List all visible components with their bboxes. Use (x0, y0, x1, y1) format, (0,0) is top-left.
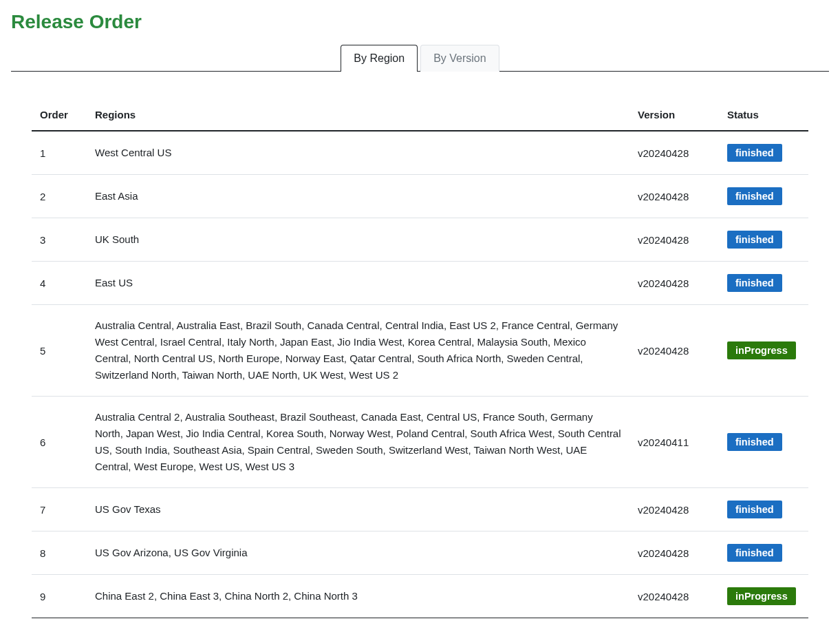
cell-regions: East Asia (87, 175, 629, 218)
table-row: 7US Gov Texasv20240428finished (32, 488, 808, 531)
table-row: 8US Gov Arizona, US Gov Virginiav2024042… (32, 531, 808, 575)
cell-status: finished (719, 531, 808, 575)
col-header-order: Order (32, 99, 87, 131)
cell-version: v20240428 (629, 575, 719, 618)
status-badge: inProgress (727, 341, 796, 359)
status-badge: finished (727, 274, 782, 292)
cell-status: inProgress (719, 575, 808, 618)
cell-regions: China East 2, China East 3, China North … (87, 575, 629, 618)
col-header-status: Status (719, 99, 808, 131)
cell-version: v20240428 (629, 305, 719, 397)
tab-by-region[interactable]: By Region (341, 45, 418, 72)
cell-order: 5 (32, 305, 87, 397)
status-badge: finished (727, 144, 782, 162)
cell-status: finished (719, 488, 808, 531)
tabs-container: By Region By Version (11, 44, 829, 72)
release-order-table-wrap: Order Regions Version Status 1West Centr… (11, 99, 829, 618)
col-header-version: Version (629, 99, 719, 131)
cell-order: 2 (32, 175, 87, 218)
status-badge: finished (727, 187, 782, 205)
cell-order: 9 (32, 575, 87, 618)
tab-by-version[interactable]: By Version (420, 45, 499, 72)
cell-regions: Australia Central 2, Australia Southeast… (87, 397, 629, 488)
cell-order: 4 (32, 262, 87, 305)
status-badge: finished (727, 544, 782, 562)
cell-status: finished (719, 397, 808, 488)
release-order-table: Order Regions Version Status 1West Centr… (32, 99, 808, 618)
table-row: 4East USv20240428finished (32, 262, 808, 305)
status-badge: inProgress (727, 587, 796, 605)
page-title: Release Order (11, 11, 829, 33)
cell-regions: US Gov Texas (87, 488, 629, 531)
table-row: 5Australia Central, Australia East, Braz… (32, 305, 808, 397)
cell-order: 6 (32, 397, 87, 488)
cell-version: v20240411 (629, 397, 719, 488)
cell-version: v20240428 (629, 262, 719, 305)
table-header-row: Order Regions Version Status (32, 99, 808, 131)
cell-version: v20240428 (629, 531, 719, 575)
cell-status: finished (719, 262, 808, 305)
cell-regions: East US (87, 262, 629, 305)
cell-regions: US Gov Arizona, US Gov Virginia (87, 531, 629, 575)
cell-order: 3 (32, 218, 87, 262)
status-badge: finished (727, 433, 782, 451)
cell-version: v20240428 (629, 218, 719, 262)
cell-status: finished (719, 131, 808, 175)
cell-status: inProgress (719, 305, 808, 397)
table-row: 1West Central USv20240428finished (32, 131, 808, 175)
cell-version: v20240428 (629, 175, 719, 218)
table-row: 2East Asiav20240428finished (32, 175, 808, 218)
cell-version: v20240428 (629, 131, 719, 175)
table-row: 6Australia Central 2, Australia Southeas… (32, 397, 808, 488)
table-row: 3UK Southv20240428finished (32, 218, 808, 262)
cell-order: 1 (32, 131, 87, 175)
cell-regions: West Central US (87, 131, 629, 175)
cell-status: finished (719, 175, 808, 218)
col-header-regions: Regions (87, 99, 629, 131)
status-badge: finished (727, 501, 782, 518)
table-row: 9China East 2, China East 3, China North… (32, 575, 808, 618)
cell-regions: UK South (87, 218, 629, 262)
cell-order: 8 (32, 531, 87, 575)
cell-order: 7 (32, 488, 87, 531)
cell-version: v20240428 (629, 488, 719, 531)
cell-status: finished (719, 218, 808, 262)
status-badge: finished (727, 231, 782, 249)
cell-regions: Australia Central, Australia East, Brazi… (87, 305, 629, 397)
